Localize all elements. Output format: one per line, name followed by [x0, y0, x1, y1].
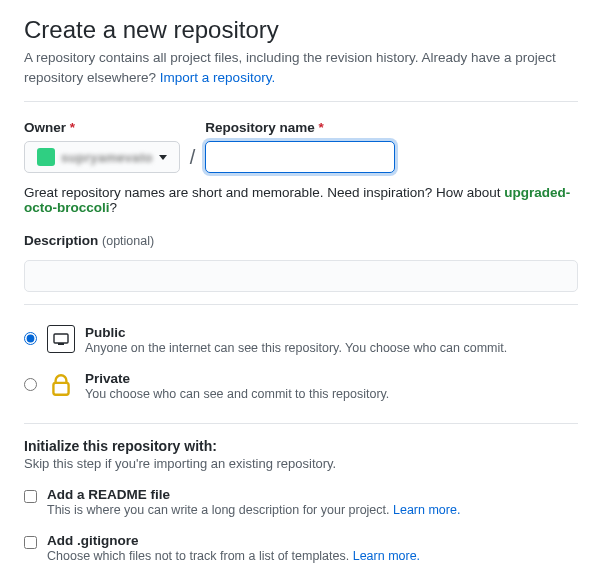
- public-title: Public: [85, 325, 507, 340]
- path-separator: /: [188, 146, 198, 173]
- initialize-heading: Initialize this repository with:: [24, 438, 578, 454]
- page-subtitle: A repository contains all project files,…: [24, 48, 578, 87]
- svg-rect-1: [58, 343, 64, 345]
- page-title: Create a new repository: [24, 16, 578, 44]
- gitignore-title: Add .gitignore: [47, 533, 420, 548]
- readme-learn-more-link[interactable]: Learn more.: [393, 503, 460, 517]
- inspiration-text: Great repository names are short and mem…: [24, 185, 578, 215]
- readme-title: Add a README file: [47, 487, 460, 502]
- inspiration-suffix: ?: [110, 200, 118, 215]
- private-desc: You choose who can see and commit to thi…: [85, 387, 389, 401]
- required-asterisk: *: [70, 120, 75, 135]
- repository-name-input[interactable]: [205, 141, 395, 173]
- owner-label-text: Owner: [24, 120, 66, 135]
- description-input[interactable]: [24, 260, 578, 292]
- repo-public-icon: [47, 325, 75, 353]
- inspiration-prefix: Great repository names are short and mem…: [24, 185, 504, 200]
- avatar-icon: [37, 148, 55, 166]
- public-desc: Anyone on the internet can see this repo…: [85, 341, 507, 355]
- svg-rect-2: [53, 383, 68, 395]
- gitignore-checkbox[interactable]: [24, 536, 37, 549]
- subtitle-text: A repository contains all project files,…: [24, 50, 556, 85]
- owner-select-button[interactable]: supryamevato: [24, 141, 180, 173]
- divider: [24, 304, 578, 305]
- required-asterisk: *: [319, 120, 324, 135]
- repo-name-label-text: Repository name: [205, 120, 315, 135]
- owner-username: supryamevato: [61, 150, 153, 165]
- import-repository-link[interactable]: Import a repository.: [160, 70, 275, 85]
- optional-text: (optional): [102, 234, 154, 248]
- description-label-text: Description: [24, 233, 98, 248]
- readme-desc-text: This is where you can write a long descr…: [47, 503, 393, 517]
- readme-checkbox[interactable]: [24, 490, 37, 503]
- divider: [24, 101, 578, 102]
- chevron-down-icon: [159, 155, 167, 160]
- private-radio[interactable]: [24, 378, 37, 391]
- gitignore-desc-text: Choose which files not to track from a l…: [47, 549, 353, 563]
- repo-name-label: Repository name *: [205, 120, 395, 135]
- divider: [24, 423, 578, 424]
- public-radio[interactable]: [24, 332, 37, 345]
- private-title: Private: [85, 371, 389, 386]
- owner-label: Owner *: [24, 120, 180, 135]
- description-label: Description (optional): [24, 233, 578, 248]
- initialize-sub: Skip this step if you're importing an ex…: [24, 456, 578, 471]
- lock-icon: [47, 371, 75, 399]
- gitignore-desc: Choose which files not to track from a l…: [47, 549, 420, 563]
- svg-rect-0: [54, 334, 68, 343]
- gitignore-learn-more-link[interactable]: Learn more.: [353, 549, 420, 563]
- readme-desc: This is where you can write a long descr…: [47, 503, 460, 517]
